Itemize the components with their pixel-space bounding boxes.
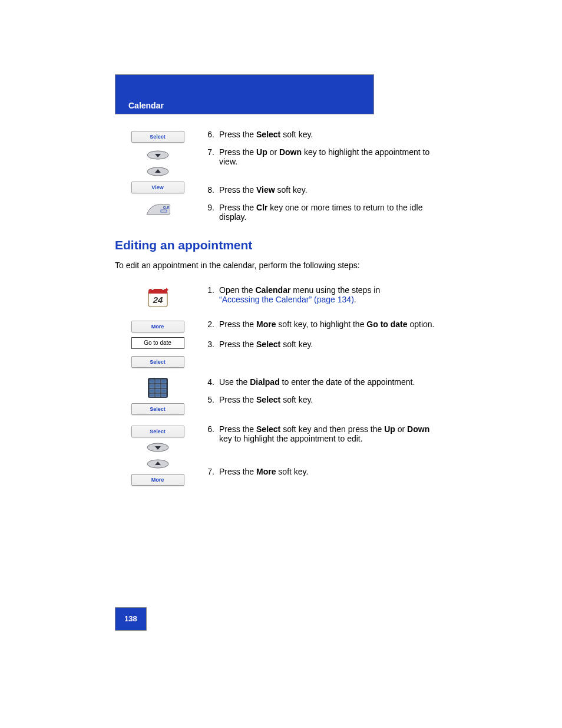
goto-date-option: Go to date: [131, 337, 184, 349]
select-softkey[interactable]: Select: [131, 403, 184, 415]
select-softkey[interactable]: Select: [131, 426, 184, 437]
step-number: 9.: [200, 203, 219, 222]
step-text: Press the Select soft key.: [219, 395, 439, 404]
svg-rect-11: [161, 380, 166, 383]
section-intro: To edit an appointment in the calendar, …: [115, 261, 439, 270]
svg-rect-15: [150, 389, 154, 393]
dpad-up-icon: [146, 166, 170, 177]
step-text: Press the Up or Down key to highlight th…: [219, 147, 439, 166]
step-number: 2.: [200, 319, 219, 329]
step-number: 8.: [200, 185, 219, 195]
section-title: Editing an appointment: [115, 238, 439, 252]
step-number: 5.: [200, 395, 219, 404]
clr-key-icon: CLR: [146, 203, 170, 216]
step-text: Use the Dialpad to enter the date of the…: [219, 377, 439, 387]
step-text: Press the View soft key.: [219, 185, 439, 195]
dpad-up-icon: [146, 459, 170, 469]
step-number: 7.: [200, 147, 219, 166]
step-number: 6.: [200, 424, 219, 443]
svg-rect-10: [156, 380, 160, 383]
step-number: 3.: [200, 340, 219, 349]
page-number: 138: [115, 607, 147, 631]
dpad-down-icon: [146, 150, 170, 160]
link-accessing-calendar[interactable]: “Accessing the Calendar” (page 134): [219, 295, 354, 304]
step-text: Press the Select soft key.: [219, 130, 439, 144]
svg-rect-12: [150, 384, 154, 388]
step-text: Press the Clr key one or more times to r…: [219, 203, 439, 222]
more-softkey[interactable]: More: [131, 321, 184, 332]
more-softkey[interactable]: More: [131, 474, 184, 486]
step-number: 7.: [200, 467, 219, 476]
svg-rect-14: [161, 384, 166, 388]
svg-rect-13: [156, 384, 160, 388]
svg-point-6: [162, 288, 164, 290]
step-text: Press the More soft key, to highlight th…: [219, 319, 439, 329]
step-text: Open the Calendar menu using the steps i…: [219, 285, 439, 311]
svg-rect-19: [156, 394, 160, 397]
step-text: Press the Select soft key and then press…: [219, 424, 439, 443]
svg-text:24: 24: [152, 295, 163, 305]
step-text: Press the Select soft key.: [219, 340, 439, 349]
select-softkey[interactable]: Select: [131, 356, 184, 368]
view-softkey[interactable]: View: [131, 182, 184, 193]
dpad-down-icon: [146, 442, 170, 453]
header-section: Calendar: [128, 101, 164, 110]
calendar-icon: 24: [146, 285, 170, 309]
step-number: 1.: [200, 285, 219, 311]
svg-rect-16: [156, 389, 160, 393]
svg-rect-18: [150, 394, 154, 397]
svg-text:CLR: CLR: [163, 206, 170, 209]
select-softkey[interactable]: Select: [131, 131, 184, 143]
step-number: 6.: [200, 130, 219, 144]
main-content: Select 6. Press the Select soft key. Vie…: [115, 130, 439, 490]
dialpad-icon: [147, 377, 168, 398]
step-number: 4.: [200, 377, 219, 387]
svg-rect-9: [150, 380, 154, 383]
svg-point-5: [151, 288, 154, 290]
step-text: Press the More soft key.: [219, 467, 439, 476]
svg-rect-17: [161, 389, 166, 393]
svg-rect-20: [161, 394, 166, 397]
